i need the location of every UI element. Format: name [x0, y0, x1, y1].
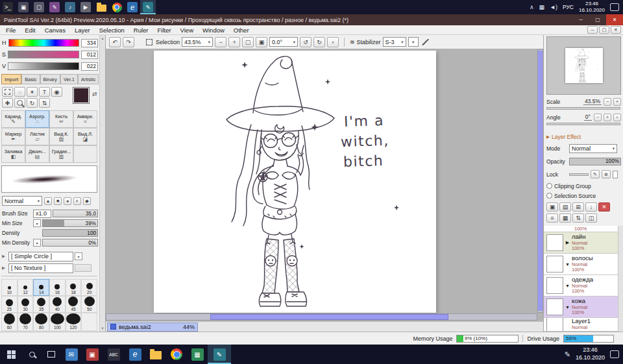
taskbar-app-office[interactable]: ▦: [187, 345, 208, 364]
size-preset-empty[interactable]: [81, 313, 97, 331]
task-view-button[interactable]: [42, 345, 61, 364]
layer-expand-icon[interactable]: ▼: [563, 305, 572, 309]
tab-ver1[interactable]: Ver.1: [60, 74, 78, 84]
undo-button[interactable]: ↶: [109, 37, 121, 47]
zoom-actual-button[interactable]: ▣: [256, 37, 267, 47]
transfer-layer-button[interactable]: ↓: [585, 202, 597, 212]
stabilizer-combo[interactable]: S-3 ▾: [383, 37, 406, 47]
size-preset-50[interactable]: 50: [81, 296, 97, 313]
brush-tool-eraser[interactable]: Ластик▱: [25, 128, 49, 145]
taskbar-app-player[interactable]: ▶: [78, 0, 93, 14]
brush-tool-gradient[interactable]: Градие...▥: [49, 145, 73, 163]
min-density-option-button[interactable]: ▾: [33, 239, 41, 247]
layer-row-line[interactable]: ▶ лайн Normal 100%: [544, 232, 618, 254]
size-preset-14[interactable]: 14: [33, 279, 49, 296]
new-layer-button[interactable]: ▣: [546, 202, 558, 212]
min-size-slider[interactable]: 39%: [42, 219, 98, 227]
size-preset-100[interactable]: 100: [49, 313, 66, 331]
menu-layer[interactable]: Layer: [70, 25, 95, 34]
clipping-group-checkbox[interactable]: [546, 183, 552, 189]
taskbar-app-sai-active[interactable]: ✎: [208, 345, 231, 364]
stroke-line-icon[interactable]: [421, 38, 430, 47]
tab-import[interactable]: Import: [1, 74, 21, 84]
horizontal-scroll-thumb[interactable]: [210, 314, 448, 320]
selection-source-row[interactable]: Selection Source: [546, 191, 621, 200]
delete-layer-button[interactable]: ✕: [598, 202, 610, 212]
redo-button[interactable]: ↷: [123, 37, 134, 47]
size-preset-120[interactable]: 120: [66, 313, 82, 331]
minimize-button[interactable]: ─: [572, 14, 589, 25]
size-preset-80[interactable]: 80: [33, 313, 49, 331]
brush-shape-square-button[interactable]: ■: [54, 197, 62, 205]
clock[interactable]: 23:46 16.10.2020: [576, 346, 605, 361]
brush-tool-empty[interactable]: [73, 145, 97, 163]
angle-slider[interactable]: [546, 123, 620, 125]
taskbar-app-chrome[interactable]: [166, 345, 187, 364]
scale-slider[interactable]: [546, 107, 620, 110]
taskbar-app-abc[interactable]: ABC: [103, 345, 125, 364]
layer-opacity-slider[interactable]: 100%: [569, 158, 621, 165]
clipping-group-row[interactable]: Clipping Group: [546, 182, 621, 190]
layer-extra-button[interactable]: ◫: [585, 213, 597, 223]
zoom-out-button[interactable]: −: [215, 37, 226, 47]
pan-tool-button[interactable]: ✚: [2, 98, 13, 108]
rotate-view-button[interactable]: ↻: [27, 98, 38, 108]
move-layer-button[interactable]: ⇅: [39, 98, 50, 108]
marquee-tool-button[interactable]: [2, 87, 13, 97]
canvas-vertical-scrollbar[interactable]: [537, 49, 543, 313]
size-preset-45[interactable]: 45: [66, 296, 82, 313]
lock-extra-button[interactable]: [613, 171, 618, 178]
layer-collapse-icon[interactable]: ▶: [563, 240, 572, 245]
scale-value[interactable]: 43.5%: [583, 98, 602, 105]
tab-basic[interactable]: Basic: [21, 74, 40, 84]
document-tab[interactable]: ведьма.sai2 44%: [107, 322, 198, 332]
taskbar-app-music[interactable]: ♪: [62, 0, 78, 14]
size-preset-18[interactable]: 18: [66, 279, 82, 296]
close-button[interactable]: ✕: [606, 14, 623, 25]
layer-effect-header[interactable]: ▶ Layer Effect: [546, 132, 621, 141]
navigator[interactable]: [546, 36, 621, 95]
hue-value[interactable]: 334: [81, 39, 98, 47]
brush-tool-airbrush[interactable]: Аэрогр.∴: [25, 110, 49, 128]
tab-artistic[interactable]: Artistic: [78, 74, 99, 84]
canvas-area[interactable]: I'm a witch, bitch: [106, 49, 543, 321]
layer-list-scrollbar[interactable]: [618, 226, 623, 332]
taskbar-app-mail[interactable]: ✉: [61, 345, 82, 364]
vertical-scroll-thumb[interactable]: [538, 51, 543, 311]
angle-combo[interactable]: 0.0° ▾: [269, 37, 298, 47]
angle-minus-button[interactable]: −: [594, 114, 602, 121]
eyedropper-button[interactable]: ◉: [51, 87, 62, 97]
layer-mode-combo[interactable]: Normal ▾: [569, 144, 617, 153]
brush-tool-watercolor[interactable]: Акваре.≈: [73, 110, 97, 128]
taskbar-app-terminal[interactable]: >_: [0, 0, 16, 14]
scale-minus-button[interactable]: −: [604, 98, 611, 106]
taskbar-app-explorer[interactable]: [93, 0, 109, 14]
density-slider[interactable]: 100: [42, 229, 98, 237]
rotate-cw-button[interactable]: ↻: [313, 37, 325, 47]
brush-tool-marker[interactable]: Маркер✒: [1, 128, 25, 145]
layer-expand-icon[interactable]: ▼: [563, 284, 572, 288]
size-preset-30[interactable]: 30: [18, 296, 34, 313]
tray-expand-icon[interactable]: ∧: [530, 4, 534, 10]
brush-tool-select-eraser[interactable]: Выд.Л.◪: [73, 128, 97, 145]
doc-maximize-button[interactable]: ▢: [599, 26, 609, 34]
size-preset-12[interactable]: 12: [18, 279, 34, 296]
zoom-in-button[interactable]: +: [228, 37, 240, 47]
menu-window[interactable]: Window: [198, 25, 229, 34]
taskbar-app-explorer[interactable]: [145, 345, 166, 364]
size-preset-25[interactable]: 25: [1, 296, 18, 313]
layer-row-layer1[interactable]: Layer1 Normal: [544, 318, 618, 332]
notification-center-icon[interactable]: [610, 350, 619, 358]
tab-binary[interactable]: Binary: [40, 74, 60, 84]
brush-size-slider[interactable]: 35.0: [53, 210, 98, 217]
brush-tool-binary[interactable]: Двоич...▤: [25, 145, 49, 163]
canvas-horizontal-scrollbar[interactable]: [106, 313, 537, 321]
menu-filter[interactable]: Filter: [153, 25, 175, 34]
min-size-option-button[interactable]: ▾: [33, 219, 41, 227]
maximize-button[interactable]: ▢: [589, 14, 606, 25]
angle-reset-button[interactable]: ∘: [613, 114, 621, 121]
min-density-slider[interactable]: 0%: [42, 239, 98, 247]
network-icon[interactable]: ▦: [539, 4, 545, 10]
saturation-slider[interactable]: [8, 51, 79, 58]
menu-other[interactable]: Other: [229, 25, 254, 34]
